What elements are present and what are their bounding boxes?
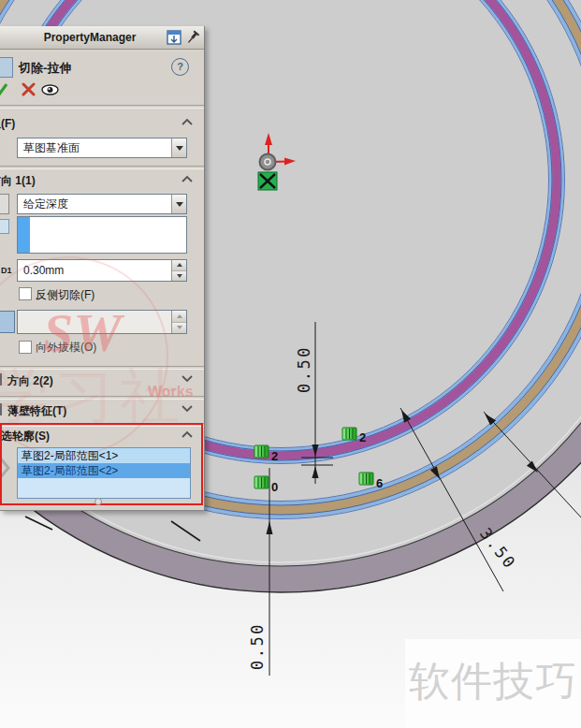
grip-index: 2 [359, 430, 366, 444]
from-plane-dropdown[interactable]: 草图基准面 [17, 138, 187, 158]
depth-spinner[interactable] [171, 260, 186, 281]
origin-hub [260, 154, 276, 170]
grip-index: 2 [271, 449, 278, 463]
chevron-down-icon[interactable] [182, 405, 193, 413]
divider [0, 396, 204, 400]
from-plane-value: 草图基准面 [18, 140, 171, 156]
chevron-up-icon[interactable] [182, 118, 193, 125]
draft-icon[interactable] [0, 311, 15, 333]
dropdown-arrow-icon[interactable] [171, 138, 186, 157]
draft-outward-label: 向外拔模(O) [36, 340, 96, 356]
draft-outward-checkbox[interactable] [19, 341, 32, 354]
chevron-up-icon[interactable] [182, 430, 193, 438]
selection-highlight [18, 217, 30, 253]
origin-drag-handle[interactable] [258, 172, 277, 190]
selected-contours-list[interactable]: 草图2-局部范围<1> 草图2-局部范围<2> [17, 447, 191, 499]
end-condition-value: 给定深度 [18, 197, 171, 212]
depth-input[interactable]: 0.30mm [17, 259, 187, 282]
list-item[interactable]: 草图2-局部范围<1> [18, 448, 190, 463]
reverse-direction-icon[interactable] [0, 194, 9, 214]
cancel-x-icon[interactable] [22, 82, 36, 96]
spin-down-icon[interactable] [172, 271, 186, 282]
selected-contours-section-label: 所选轮廓(S) [0, 429, 194, 444]
flip-side-label: 反侧切除(F) [36, 287, 94, 303]
grip-index: 6 [376, 476, 383, 490]
spin-up-icon[interactable] [172, 311, 186, 323]
divider [0, 423, 204, 427]
pushpin-icon[interactable] [185, 30, 200, 45]
clipped-checkbox-edge [0, 403, 2, 415]
divider [0, 366, 204, 370]
help-icon[interactable]: ? [171, 58, 189, 76]
thin-feature-section-label: 薄壁特征(T) [7, 403, 205, 419]
viewport-watermark-text: 软件技巧 [409, 654, 581, 709]
draft-angle-input[interactable] [17, 310, 187, 334]
preview-eye-icon[interactable] [41, 84, 59, 95]
chevron-up-icon[interactable] [182, 175, 193, 182]
dimension-value: 3.50 [476, 524, 520, 573]
display-pane-icon[interactable] [167, 30, 182, 45]
direction1-section-label: 方向 1(1) [0, 173, 194, 189]
contour-select-pointer-icon [0, 455, 11, 481]
ok-check-icon[interactable] [0, 82, 8, 97]
depth-value: 0.30mm [18, 264, 171, 277]
end-condition-dropdown[interactable]: 给定深度 [17, 194, 187, 214]
list-item-selected[interactable]: 草图2-局部范围<2> [18, 463, 190, 478]
panel-title: PropertyManager [0, 31, 167, 44]
dimension-value: 0.50 [295, 345, 313, 393]
property-manager-header: PropertyManager [0, 26, 204, 50]
spin-up-icon[interactable] [172, 260, 186, 271]
divider [0, 105, 204, 109]
viewport-watermark: 软件技巧 [405, 639, 581, 728]
direction2-section-label: 方向 2(2) [7, 373, 205, 389]
from-section-label: 从(F) [0, 116, 194, 132]
direction-reference-selection-box[interactable] [17, 216, 187, 254]
cut-extrude-feature-icon [0, 57, 13, 78]
property-manager-panel: PropertyManager 切除-拉伸 ? [0, 26, 205, 511]
chevron-down-icon[interactable] [182, 375, 193, 383]
spin-down-icon[interactable] [172, 323, 186, 334]
dropdown-arrow-icon[interactable] [171, 195, 186, 213]
flip-side-checkbox[interactable] [19, 287, 32, 300]
dimension-value: 0.50 [248, 622, 267, 670]
solidworks-window: 0.50 0.50 3.50 2 [0, 0, 581, 728]
clipped-checkbox-edge [0, 373, 2, 386]
divider [0, 166, 204, 169]
draft-spinner[interactable] [171, 311, 186, 333]
grip-index: 0 [271, 480, 278, 494]
direction-reference-icon [0, 219, 9, 234]
